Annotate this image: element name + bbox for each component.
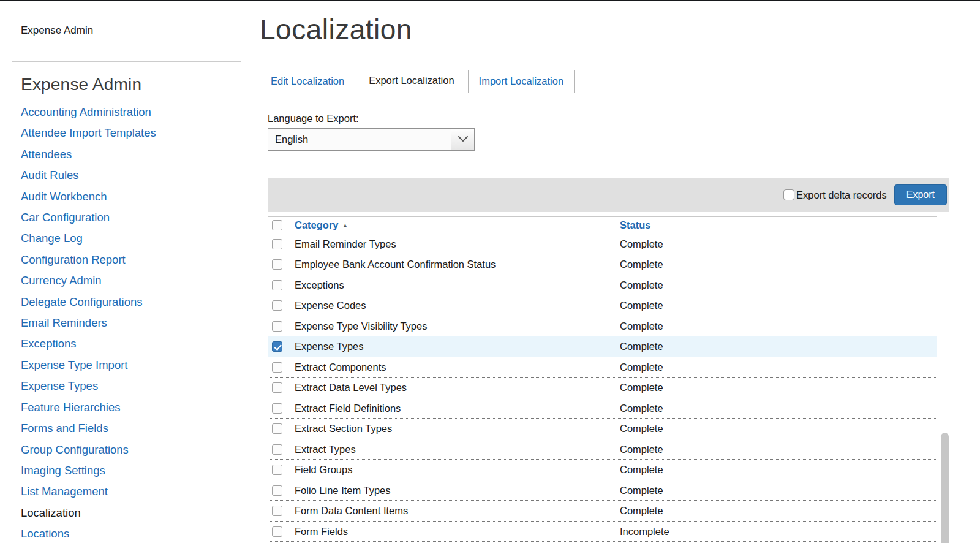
language-to-export-label: Language to Export:	[268, 113, 980, 124]
sidebar-item[interactable]: Email Reminders	[21, 313, 260, 333]
status-cell: Complete	[612, 464, 937, 476]
tab[interactable]: Edit Localization	[260, 70, 355, 93]
table-header: Category ▲ Status	[268, 216, 937, 234]
status-cell: Complete	[612, 321, 937, 332]
row-checkbox[interactable]	[272, 321, 282, 332]
category-cell: Extract Types	[293, 444, 612, 455]
table-row[interactable]: Form Data Content Items Complete	[268, 501, 937, 522]
sidebar-item[interactable]: Configuration Report	[21, 249, 260, 270]
status-cell: Complete	[612, 362, 937, 373]
status-cell: Complete	[612, 341, 937, 352]
sidebar-item[interactable]: Audit Workbench	[21, 186, 260, 207]
select-all-cell	[268, 220, 293, 230]
tab-bar: Edit Localization Export Localization Im…	[260, 66, 980, 93]
language-select[interactable]: English	[268, 128, 475, 151]
sidebar: Expense Admin Expense Admin Accounting A…	[0, 0, 260, 543]
row-checkbox[interactable]	[272, 444, 282, 455]
sidebar-item[interactable]: Exceptions	[21, 333, 260, 354]
export-button[interactable]: Export	[894, 184, 947, 205]
tab[interactable]: Export Localization	[358, 67, 465, 93]
table-row[interactable]: Folio Line Item Types Complete	[268, 480, 937, 501]
page-title: Localization	[260, 13, 980, 46]
category-cell: Form Data Content Items	[293, 505, 612, 517]
category-header-cell: Category ▲	[293, 217, 612, 234]
category-cell: Expense Types	[293, 341, 612, 352]
sidebar-item[interactable]: Forms and Fields	[21, 418, 260, 439]
category-cell: Expense Codes	[293, 300, 612, 311]
sidebar-divider	[12, 61, 241, 62]
vertical-scrollbar[interactable]	[941, 433, 949, 543]
table-row[interactable]: Extract Components Complete	[268, 357, 937, 378]
status-cell: Complete	[612, 382, 937, 393]
row-checkbox[interactable]	[272, 300, 282, 311]
row-checkbox[interactable]	[272, 362, 282, 373]
tab[interactable]: Import Localization	[468, 70, 575, 93]
category-cell: Exceptions	[293, 279, 612, 291]
select-all-checkbox[interactable]	[272, 220, 282, 230]
category-cell: Email Reminder Types	[293, 238, 612, 250]
sort-ascending-icon: ▲	[342, 222, 349, 229]
status-column-header[interactable]: Status	[620, 219, 650, 230]
category-cell: Expense Type Visibility Types	[293, 321, 612, 332]
table-row[interactable]: Expense Type Visibility Types Complete	[268, 316, 937, 337]
localization-categories-table: Category ▲ Status Email Reminde	[268, 216, 937, 542]
sidebar-item[interactable]: Audit Rules	[21, 165, 260, 186]
sidebar-item[interactable]: Attendees	[21, 144, 260, 165]
sidebar-item[interactable]: Accounting Administration	[21, 102, 260, 123]
status-cell: Complete	[612, 444, 937, 455]
row-checkbox[interactable]	[272, 403, 282, 414]
table-row[interactable]: Field Groups Complete	[268, 460, 937, 480]
category-cell: Extract Data Level Types	[293, 382, 612, 393]
table-row[interactable]: Expense Codes Complete	[268, 295, 937, 316]
table-row[interactable]: Extract Field Definitions Complete	[268, 398, 937, 419]
table-row[interactable]: Extract Data Level Types Complete	[268, 378, 937, 398]
row-checkbox[interactable]	[272, 280, 282, 290]
status-cell: Complete	[612, 259, 937, 270]
table-body: Email Reminder Types Complete Employee B…	[268, 234, 937, 542]
table-row[interactable]: Employee Bank Account Confirmation Statu…	[268, 254, 937, 275]
table-toolbar: Export delta records Export	[268, 178, 949, 212]
chevron-down-icon[interactable]	[451, 129, 474, 150]
sidebar-item[interactable]: Attendee Import Templates	[21, 123, 260, 143]
sidebar-item[interactable]: Expense Type Import	[21, 355, 260, 376]
category-cell: Extract Components	[293, 362, 612, 373]
table-row[interactable]: Extract Types Complete	[268, 439, 937, 460]
sidebar-item[interactable]: Expense Types	[21, 376, 260, 397]
row-checkbox[interactable]	[272, 423, 282, 434]
sidebar-item[interactable]: Feature Hierarchies	[21, 397, 260, 418]
row-checkbox[interactable]	[272, 506, 282, 516]
row-checkbox[interactable]	[272, 239, 282, 249]
category-column-header[interactable]: Category	[295, 219, 339, 231]
table-row[interactable]: Email Reminder Types Complete	[268, 234, 937, 255]
status-cell: Complete	[612, 423, 937, 435]
sidebar-item[interactable]: Locations	[21, 523, 260, 543]
category-cell: Extract Section Types	[293, 423, 612, 435]
status-cell: Complete	[612, 485, 937, 496]
sidebar-item[interactable]: Change Log	[21, 228, 260, 249]
row-checkbox[interactable]	[272, 485, 282, 496]
table-row[interactable]: Extract Section Types Complete	[268, 419, 937, 439]
status-cell: Complete	[612, 300, 937, 311]
sidebar-item[interactable]: Currency Admin	[21, 270, 260, 291]
sidebar-item[interactable]: Imaging Settings	[21, 460, 260, 481]
sidebar-item[interactable]: Localization	[21, 503, 260, 523]
row-checkbox[interactable]	[272, 382, 282, 393]
sidebar-nav: Accounting Administration Attendee Impor…	[21, 102, 260, 543]
table-row[interactable]: Exceptions Complete	[268, 275, 937, 296]
table-row[interactable]: Form Fields Incomplete	[268, 522, 937, 542]
row-checkbox[interactable]	[272, 259, 282, 270]
table-row[interactable]: Expense Types Complete	[268, 336, 937, 357]
row-checkbox[interactable]	[272, 526, 282, 537]
category-cell: Form Fields	[293, 526, 612, 537]
row-checkbox[interactable]	[272, 341, 282, 352]
export-localization-panel: Language to Export: English Export delta…	[268, 113, 980, 542]
category-cell: Field Groups	[293, 464, 612, 476]
language-select-value: English	[268, 129, 451, 150]
sidebar-item[interactable]: Group Configurations	[21, 439, 260, 460]
category-cell: Folio Line Item Types	[293, 485, 612, 496]
export-delta-checkbox[interactable]	[783, 189, 794, 200]
sidebar-item[interactable]: Delegate Configurations	[21, 292, 260, 313]
sidebar-item[interactable]: List Management	[21, 481, 260, 502]
sidebar-item[interactable]: Car Configuration	[21, 207, 260, 228]
row-checkbox[interactable]	[272, 465, 282, 475]
